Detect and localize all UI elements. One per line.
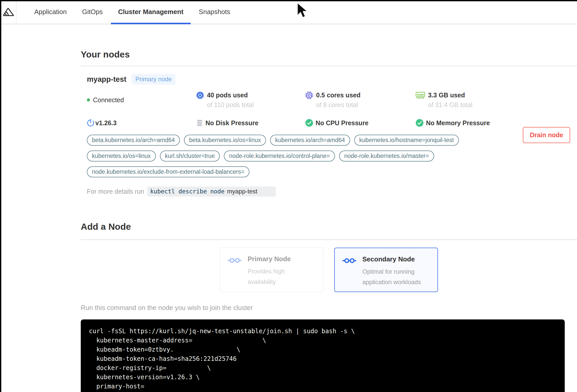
memory-pressure-label: No Memory Pressure xyxy=(426,119,490,127)
top-navbar: Application GitOps Cluster Management Sn… xyxy=(0,0,577,24)
check-circle-icon xyxy=(305,119,313,127)
cpu-pressure-label: No CPU Pressure xyxy=(316,119,368,127)
linked-nodes-icon xyxy=(228,257,241,292)
tab-gitops[interactable]: GitOps xyxy=(75,0,110,24)
secondary-node-option-title: Secondary Node xyxy=(362,255,425,263)
tab-application[interactable]: Application xyxy=(27,0,74,24)
window-left-edge xyxy=(0,0,1,392)
node-name: myapp-test xyxy=(87,75,126,84)
node-status: Connected xyxy=(87,91,196,109)
memory-total-label: of 31.4 GB total xyxy=(428,101,472,109)
node-conditions-row: v1.26.3 No Disk Pressure xyxy=(87,119,577,127)
primary-node-option-desc: Provides high availability xyxy=(248,266,310,287)
cores-used-value: 0.5 cores used xyxy=(316,91,361,99)
primary-node-option-title: Primary Node xyxy=(248,255,310,263)
memory-pressure-condition: No Memory Pressure xyxy=(416,119,577,127)
memory-stat: RAM 3.3 GB used of 31.4 GB total xyxy=(416,91,577,109)
pods-stat: 40 pods used of 110 pods total xyxy=(196,91,305,109)
divider xyxy=(81,66,577,66)
linked-nodes-icon xyxy=(342,257,356,292)
details-prefix-label: For more details run xyxy=(87,188,144,195)
tab-snapshots[interactable]: Snapshots xyxy=(192,0,237,24)
node-label-pill: kubernetes.io/arch=amd64 xyxy=(270,135,350,146)
node-label-pill: node-role.kubernetes.io/master= xyxy=(339,151,434,162)
svg-text:RAM: RAM xyxy=(417,93,423,96)
node-details-line: For more details run kubectl describe no… xyxy=(87,187,577,197)
node-stats-row: Connected 40 p xyxy=(87,91,577,109)
join-command-code-block: curl -fsSL https://kurl.sh/jq-new-test-u… xyxy=(81,319,565,392)
node-label-pill: kubernetes.io/os=linux xyxy=(87,151,156,162)
cpu-pressure-condition: No CPU Pressure xyxy=(305,119,416,127)
code-line: primary-host= xyxy=(89,382,557,391)
your-nodes-title: Your nodes xyxy=(81,49,577,60)
code-line: kubernetes-master-address= \ xyxy=(89,336,557,345)
kubernetes-pods-icon xyxy=(196,91,204,99)
node-label-pill: kurl.sh/cluster=true xyxy=(160,151,220,162)
cores-total-label: of 8 cores total xyxy=(316,101,361,109)
add-node-title: Add a Node xyxy=(81,222,577,232)
version-refresh-icon xyxy=(87,119,95,127)
cores-stat: 0.5 cores used of 8 cores total xyxy=(305,91,416,109)
ram-icon: RAM xyxy=(416,91,425,99)
nav-tabs: Application GitOps Cluster Management Sn… xyxy=(27,0,238,24)
join-command-instruction: Run this command on the node you wish to… xyxy=(81,304,577,312)
cpu-chip-icon xyxy=(305,91,313,99)
kubectl-describe-chip: kubectl describe node myapp-test xyxy=(147,187,276,197)
drain-node-button[interactable]: Drain node xyxy=(523,127,570,143)
divider xyxy=(81,239,577,240)
primary-node-option[interactable]: Primary Node Provides high availability xyxy=(220,248,324,292)
window-top-edge xyxy=(0,0,577,1)
tab-cluster-management[interactable]: Cluster Management xyxy=(111,0,191,24)
primary-node-badge: Primary node xyxy=(132,74,176,85)
code-line: kubeadm-token-ca-hash=sha256:221d25746 xyxy=(89,354,557,363)
kubectl-command-text: kubectl describe node xyxy=(150,188,225,195)
pods-used-value: 40 pods used xyxy=(207,91,248,99)
disk-icon xyxy=(196,119,203,127)
code-line: kubernetes-version=v1.26.3 \ xyxy=(89,373,557,382)
node-type-options: Primary Node Provides high availability … xyxy=(81,248,577,292)
secondary-node-option-desc: Optimal for running application workload… xyxy=(362,266,425,287)
code-line: curl -fsSL https://kurl.sh/jq-new-test-u… xyxy=(89,327,557,336)
code-line: docker-registry-ip= \ xyxy=(89,363,557,373)
code-line: kubeadm-token=0ztbvy. \ xyxy=(89,345,557,354)
node-label-pill: node-role.kubernetes.io/control-plane= xyxy=(224,151,335,162)
memory-used-value: 3.3 GB used xyxy=(428,91,465,99)
cluster-management-page: Your nodes myapp-test Primary node Conne… xyxy=(0,49,577,392)
connected-dot-icon xyxy=(87,98,90,101)
node-label-pill: node.kubernetes.io/exclude-from-external… xyxy=(87,166,249,177)
node-card: myapp-test Primary node Connected xyxy=(81,74,577,197)
disk-pressure-condition: No Disk Pressure xyxy=(196,119,305,127)
kubernetes-version: v1.26.3 xyxy=(87,119,196,127)
replicated-logo-icon xyxy=(0,0,16,24)
node-labels: beta.kubernetes.io/arch=amd64 beta.kuber… xyxy=(87,135,521,177)
secondary-node-option[interactable]: Secondary Node Optimal for running appli… xyxy=(334,248,438,292)
node-label-pill: beta.kubernetes.io/arch=amd64 xyxy=(87,135,180,146)
node-label-pill: kubernetes.io/hostname=jonquil-test xyxy=(354,135,459,146)
kubectl-node-name: myapp-test xyxy=(227,188,273,195)
connected-label: Connected xyxy=(93,96,124,104)
version-label: v1.26.3 xyxy=(95,119,117,127)
disk-pressure-label: No Disk Pressure xyxy=(205,119,258,127)
node-label-pill: beta.kubernetes.io/os=linux xyxy=(184,135,266,146)
pods-total-label: of 110 pods total xyxy=(207,101,254,109)
check-circle-icon xyxy=(416,119,424,127)
